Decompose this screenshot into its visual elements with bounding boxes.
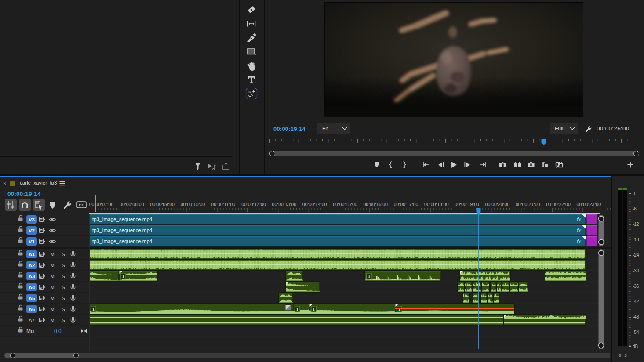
svg-text:00:00:11:00: 00:00:11:00 [211,202,235,207]
svg-text:1: 1 [398,307,401,312]
svg-text:1: 1 [296,307,299,312]
svg-text:M: M [50,318,54,323]
svg-text:1: 1 [122,274,125,279]
svg-text:1: 1 [92,307,95,312]
svg-text:00:00:23:00: 00:00:23:00 [577,202,601,207]
svg-text:M: M [50,274,54,279]
svg-text:tp3_Image_sequence.mp4: tp3_Image_sequence.mp4 [92,239,153,244]
svg-text:-18: -18 [633,237,639,242]
svg-text:M: M [50,263,54,268]
svg-text:S: S [62,318,65,323]
svg-text:S: S [62,252,65,257]
svg-text:-42: -42 [633,299,639,304]
svg-text:-6: -6 [633,206,637,211]
svg-text:S: S [62,274,65,279]
svg-text:S: S [624,353,627,358]
svg-text:1: 1 [368,274,371,279]
svg-text:A6: A6 [29,307,35,312]
svg-text:A5: A5 [29,296,35,301]
svg-text:00:00:15:00: 00:00:15:00 [333,202,357,207]
svg-text:00:00:10:00: 00:00:10:00 [181,202,205,207]
svg-text:-12: -12 [633,222,639,227]
svg-text:A7: A7 [29,318,35,323]
svg-text:M: M [50,285,54,290]
svg-text:00:00:09:00: 00:00:09:00 [150,202,175,207]
svg-text:00:00:17:00: 00:00:17:00 [394,202,418,207]
svg-text:1: 1 [313,307,315,312]
svg-text:dB: dB [633,344,638,349]
svg-text:00:00:13:00: 00:00:13:00 [272,202,297,207]
svg-text:-24: -24 [633,253,639,257]
svg-text:fx: fx [577,228,581,234]
svg-text:S: S [62,296,65,301]
svg-text:S: S [62,307,65,312]
svg-text:-36: -36 [633,284,639,289]
svg-text:00:00:16:00: 00:00:16:00 [363,202,388,207]
svg-text:00:00:22:00: 00:00:22:00 [546,202,571,207]
svg-text:Mix: Mix [26,328,35,334]
svg-text:V3: V3 [29,217,35,222]
svg-text:A1: A1 [29,252,35,257]
svg-text:00:00:19:00: 00:00:19:00 [455,202,479,207]
svg-text:00:00:20:00: 00:00:20:00 [485,202,510,207]
svg-text:fx: fx [577,239,581,245]
svg-text:0.0: 0.0 [54,328,62,334]
svg-text:0: 0 [633,191,635,196]
svg-text:M: M [50,252,54,257]
svg-text:S: S [62,263,65,268]
svg-text:A2: A2 [29,263,35,268]
svg-text:fx: fx [577,217,581,223]
svg-text:S: S [62,285,65,290]
svg-text:S: S [619,353,621,358]
svg-text:M: M [50,307,54,312]
svg-text:00:00:07:00: 00:00:07:00 [89,202,113,207]
svg-text:M: M [50,296,54,301]
svg-text:00:00:21:00: 00:00:21:00 [516,202,540,207]
svg-text:00:00:18:00: 00:00:18:00 [424,202,449,207]
svg-text:00:00:12:00: 00:00:12:00 [241,202,266,207]
svg-text:00:00:08:00: 00:00:08:00 [120,202,144,207]
svg-text:-30: -30 [633,268,639,273]
svg-text:V2: V2 [29,228,35,233]
svg-text:-54: -54 [633,330,639,335]
svg-text:A4: A4 [29,285,35,290]
svg-text:00:00:14:00: 00:00:14:00 [302,202,327,207]
svg-text:tp3_Image_sequence.mp4: tp3_Image_sequence.mp4 [92,228,153,233]
svg-text:V1: V1 [29,239,35,244]
svg-text:A3: A3 [29,274,35,279]
svg-text:tp3_Image_sequence.mp4: tp3_Image_sequence.mp4 [92,217,153,222]
svg-text:-48: -48 [633,315,639,319]
